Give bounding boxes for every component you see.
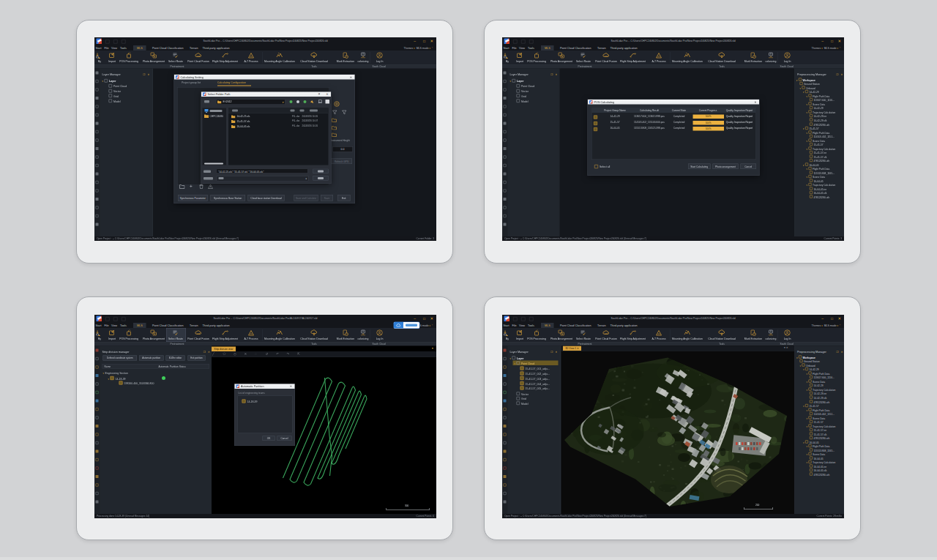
svg-text:POS: POS [604, 55, 608, 56]
svg-text:POS: POS [604, 332, 608, 334]
svg-text:POS: POS [196, 55, 200, 56]
svg-text:POS: POS [196, 332, 200, 334]
